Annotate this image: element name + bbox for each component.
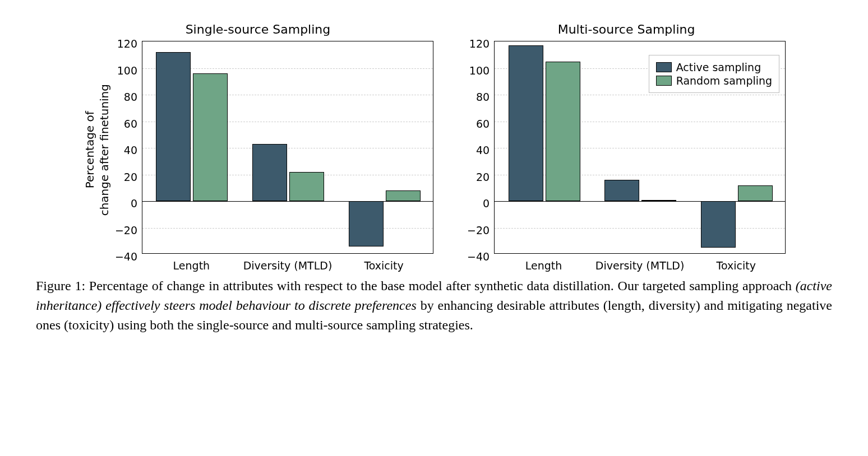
plot-area-left — [142, 41, 433, 254]
xtick: Length — [525, 259, 562, 272]
plot-container-left: Percentage ofchange after finetuning 120… — [82, 41, 433, 259]
figure-caption: Figure 1: Percentage of change in attrib… — [36, 276, 832, 334]
xtick: Toxicity — [364, 259, 403, 272]
bar — [156, 52, 191, 201]
bar — [349, 201, 384, 246]
bar — [604, 180, 639, 201]
chart-panel-single-source: Single-source Sampling Percentage ofchan… — [82, 22, 433, 259]
legend-swatch-active — [656, 62, 672, 72]
plot-area-right: Active sampling Random sampling — [494, 41, 786, 254]
legend-label: Random sampling — [676, 75, 772, 87]
chart-legend: Active sampling Random sampling — [649, 55, 779, 93]
bar — [252, 144, 287, 201]
chart-title-right: Multi-source Sampling — [467, 22, 786, 36]
bar — [738, 185, 773, 202]
caption-prefix: Figure 1: Percentage of change in attrib… — [36, 278, 796, 293]
xtick: Toxicity — [717, 259, 756, 272]
bar — [701, 201, 736, 248]
bar — [386, 190, 421, 201]
legend-entry-active: Active sampling — [656, 61, 772, 73]
bar — [193, 73, 228, 201]
chart-panel-multi-source: Multi-source Sampling 120 100 80 60 40 2… — [467, 22, 786, 259]
y-axis-ticks-right: 120 100 80 60 40 20 0 −20 −40 — [467, 44, 494, 257]
bar — [289, 172, 324, 201]
xtick: Diversity (MTLD) — [243, 259, 333, 272]
legend-label: Active sampling — [676, 61, 761, 73]
y-axis-label: Percentage ofchange after finetuning — [82, 84, 112, 216]
legend-swatch-random — [656, 76, 672, 86]
y-axis-ticks-left: 120 100 80 60 40 20 0 −20 −40 — [115, 44, 142, 257]
legend-entry-random: Random sampling — [656, 75, 772, 87]
xtick: Diversity (MTLD) — [595, 259, 685, 272]
plot-container-right: 120 100 80 60 40 20 0 −20 −40 Active sam… — [467, 41, 786, 259]
charts-row: Single-source Sampling Percentage ofchan… — [22, 22, 846, 259]
xtick: Length — [173, 259, 210, 272]
bar — [546, 62, 580, 201]
bar — [509, 45, 543, 201]
chart-title-left: Single-source Sampling — [82, 22, 433, 36]
